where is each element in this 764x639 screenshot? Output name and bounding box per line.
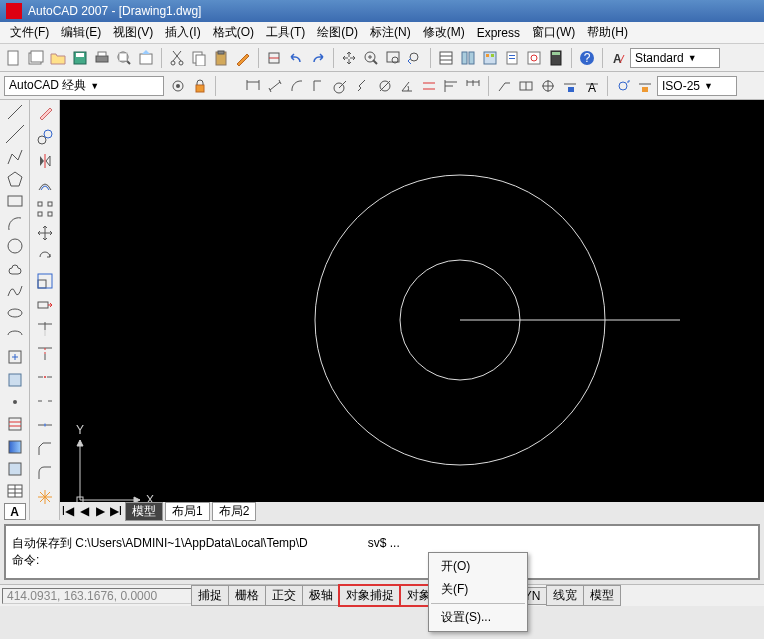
move-icon[interactable] [34, 222, 56, 244]
menu-dimension[interactable]: 标注(N) [364, 24, 417, 41]
save-icon[interactable] [70, 48, 90, 68]
gradient-icon[interactable] [4, 436, 26, 456]
mirror-icon[interactable] [34, 150, 56, 172]
dim-ordinate-icon[interactable] [309, 76, 329, 96]
context-on[interactable]: 开(O) [431, 555, 525, 578]
polygon-icon[interactable] [4, 169, 26, 189]
dim-diameter-icon[interactable] [375, 76, 395, 96]
paste-icon[interactable] [211, 48, 231, 68]
command-window[interactable]: 自动保存到 C:\Users\ADMINI~1\AppData\Local\Te… [4, 524, 760, 580]
matchprop-icon[interactable] [233, 48, 253, 68]
menu-express[interactable]: Express [471, 26, 526, 40]
pline-icon[interactable] [4, 147, 26, 167]
tab-first-button[interactable]: I◀ [60, 504, 76, 518]
workspace-dropdown[interactable]: AutoCAD 经典▼ [4, 76, 164, 96]
rotate-icon[interactable] [34, 246, 56, 268]
grid-toggle[interactable]: 栅格 [228, 585, 266, 606]
erase-icon[interactable] [34, 102, 56, 124]
dim-baseline-icon[interactable] [441, 76, 461, 96]
tab-last-button[interactable]: ▶I [108, 504, 124, 518]
break-icon[interactable] [34, 390, 56, 412]
tab-layout2[interactable]: 布局2 [212, 502, 257, 521]
fillet-icon[interactable] [34, 462, 56, 484]
trim-icon[interactable] [34, 318, 56, 340]
dimstyle-icon[interactable] [635, 76, 655, 96]
polar-toggle[interactable]: 极轴 [302, 585, 340, 606]
menu-edit[interactable]: 编辑(E) [55, 24, 107, 41]
block-editor-icon[interactable] [264, 48, 284, 68]
quickcalc-icon[interactable] [546, 48, 566, 68]
dim-quick-icon[interactable] [419, 76, 439, 96]
snap-toggle[interactable]: 捕捉 [191, 585, 229, 606]
dim-jogged-icon[interactable] [353, 76, 373, 96]
zoom-realtime-icon[interactable] [361, 48, 381, 68]
revcloud-icon[interactable] [4, 258, 26, 278]
line-icon[interactable] [4, 102, 26, 122]
extend-icon[interactable] [34, 342, 56, 364]
join-icon[interactable] [34, 414, 56, 436]
dim-continue-icon[interactable] [463, 76, 483, 96]
make-block-icon[interactable] [4, 370, 26, 390]
dim-tedit-icon[interactable]: A [582, 76, 602, 96]
chamfer-icon[interactable] [34, 438, 56, 460]
new-sheetset-icon[interactable] [26, 48, 46, 68]
textstyle-icon[interactable]: A [608, 48, 628, 68]
sheetset-icon[interactable] [502, 48, 522, 68]
circle-icon[interactable] [4, 236, 26, 256]
markup-icon[interactable] [524, 48, 544, 68]
tab-layout1[interactable]: 布局1 [165, 502, 210, 521]
dim-edit-icon[interactable] [560, 76, 580, 96]
coordinates-display[interactable]: 414.0931, 163.1676, 0.0000 [2, 588, 192, 604]
menu-format[interactable]: 格式(O) [207, 24, 260, 41]
xline-icon[interactable] [4, 124, 26, 144]
menu-modify[interactable]: 修改(M) [417, 24, 471, 41]
copy-obj-icon[interactable] [34, 126, 56, 148]
workspace-settings-icon[interactable] [168, 76, 188, 96]
dimstyle-dropdown[interactable]: ISO-25▼ [657, 76, 737, 96]
menu-view[interactable]: 视图(V) [107, 24, 159, 41]
osnap-toggle[interactable]: 对象捕捉 [339, 585, 401, 606]
tab-model[interactable]: 模型 [125, 502, 163, 521]
menu-help[interactable]: 帮助(H) [581, 24, 634, 41]
context-off[interactable]: 关(F) [431, 578, 525, 601]
toolpalettes-icon[interactable] [480, 48, 500, 68]
dim-leader-icon[interactable] [494, 76, 514, 96]
menu-draw[interactable]: 绘图(D) [311, 24, 364, 41]
hatch-icon[interactable] [4, 414, 26, 434]
help-icon[interactable]: ? [577, 48, 597, 68]
point-icon[interactable] [4, 392, 26, 412]
workspace-lock-icon[interactable] [190, 76, 210, 96]
ellipse-icon[interactable] [4, 303, 26, 323]
lwt-toggle[interactable]: 线宽 [546, 585, 584, 606]
tab-prev-button[interactable]: ◀ [76, 504, 92, 518]
qnew-icon[interactable] [4, 48, 24, 68]
zoom-window-icon[interactable] [383, 48, 403, 68]
dim-radius-icon[interactable] [331, 76, 351, 96]
publish-icon[interactable] [136, 48, 156, 68]
dim-update-icon[interactable] [613, 76, 633, 96]
open-icon[interactable] [48, 48, 68, 68]
undo-icon[interactable] [286, 48, 306, 68]
arc-icon[interactable] [4, 213, 26, 233]
ortho-toggle[interactable]: 正交 [265, 585, 303, 606]
stretch-icon[interactable] [34, 294, 56, 316]
pan-icon[interactable] [339, 48, 359, 68]
cut-icon[interactable] [167, 48, 187, 68]
textstyle-dropdown[interactable]: Standard▼ [630, 48, 720, 68]
dim-center-icon[interactable] [538, 76, 558, 96]
menu-tools[interactable]: 工具(T) [260, 24, 311, 41]
copy-icon[interactable] [189, 48, 209, 68]
drawing-canvas[interactable]: X Y I◀ ◀ ▶ ▶I 模型 布局1 布局2 [60, 100, 764, 520]
spline-icon[interactable] [4, 280, 26, 300]
explode-icon[interactable] [34, 486, 56, 508]
table-icon[interactable] [4, 481, 26, 501]
dim-linear-icon[interactable] [243, 76, 263, 96]
dim-arc-icon[interactable] [287, 76, 307, 96]
preview-icon[interactable] [114, 48, 134, 68]
array-icon[interactable] [34, 198, 56, 220]
designcenter-icon[interactable] [458, 48, 478, 68]
model-toggle[interactable]: 模型 [583, 585, 621, 606]
offset-icon[interactable] [34, 174, 56, 196]
dim-angular-icon[interactable] [397, 76, 417, 96]
dim-aligned-icon[interactable] [265, 76, 285, 96]
